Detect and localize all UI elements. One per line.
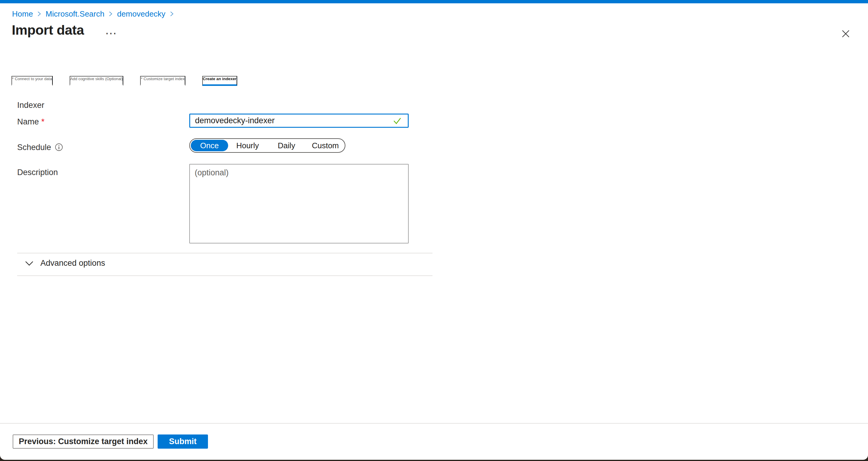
schedule-option-daily[interactable]: Daily	[267, 140, 306, 151]
submit-button[interactable]: Submit	[158, 434, 208, 449]
description-textarea[interactable]	[189, 164, 409, 243]
portal-top-accent-bar	[0, 0, 868, 3]
previous-step-button[interactable]: Previous: Customize target index	[13, 434, 154, 449]
required-asterisk: *	[41, 117, 44, 126]
page-title: Import data	[12, 22, 84, 38]
schedule-option-custom[interactable]: Custom	[306, 140, 345, 151]
tab-connect-to-your-data[interactable]: * Connect to your data	[11, 76, 53, 86]
breadcrumb-home-link[interactable]: Home	[12, 9, 33, 19]
indexer-section-heading: Indexer	[17, 101, 44, 110]
tab-customize-target-index[interactable]: * Customize target index	[140, 76, 185, 86]
divider	[17, 253, 433, 253]
advanced-options-toggle[interactable]: Advanced options	[25, 258, 105, 268]
breadcrumb-microsoft-search-link[interactable]: Microsoft.Search	[45, 9, 104, 19]
chevron-right-icon	[37, 10, 41, 17]
tab-add-cognitive-skills[interactable]: Add cognitive skills (Optional)	[70, 76, 124, 86]
import-data-panel: Home Microsoft.Search demovedecky Import…	[0, 0, 868, 460]
chevron-down-icon	[25, 260, 34, 266]
close-button[interactable]	[838, 26, 854, 41]
schedule-option-once[interactable]: Once	[191, 140, 228, 151]
schedule-label: Schedule	[17, 143, 51, 152]
breadcrumb-demovedecky-link[interactable]: demovedecky	[117, 9, 165, 19]
schedule-option-hourly[interactable]: Hourly	[228, 140, 267, 151]
valid-checkmark-icon	[393, 116, 402, 127]
footer-divider	[0, 423, 868, 424]
chevron-right-icon	[169, 10, 174, 17]
breadcrumb: Home Microsoft.Search demovedecky	[12, 9, 174, 19]
tab-create-an-indexer[interactable]: Create an indexer	[202, 76, 237, 86]
indexer-name-input[interactable]	[189, 114, 409, 128]
more-actions-button[interactable]: ⋯	[103, 26, 119, 40]
description-label: Description	[17, 167, 58, 177]
name-label: Name*	[17, 117, 44, 127]
close-icon	[841, 29, 850, 38]
info-icon[interactable]	[55, 143, 63, 151]
chevron-right-icon	[108, 10, 113, 17]
wizard-tabs: * Connect to your data Add cognitive ski…	[11, 76, 237, 86]
divider	[17, 275, 433, 276]
schedule-segmented-control: Once Hourly Daily Custom	[189, 138, 345, 153]
advanced-options-label: Advanced options	[40, 258, 105, 268]
